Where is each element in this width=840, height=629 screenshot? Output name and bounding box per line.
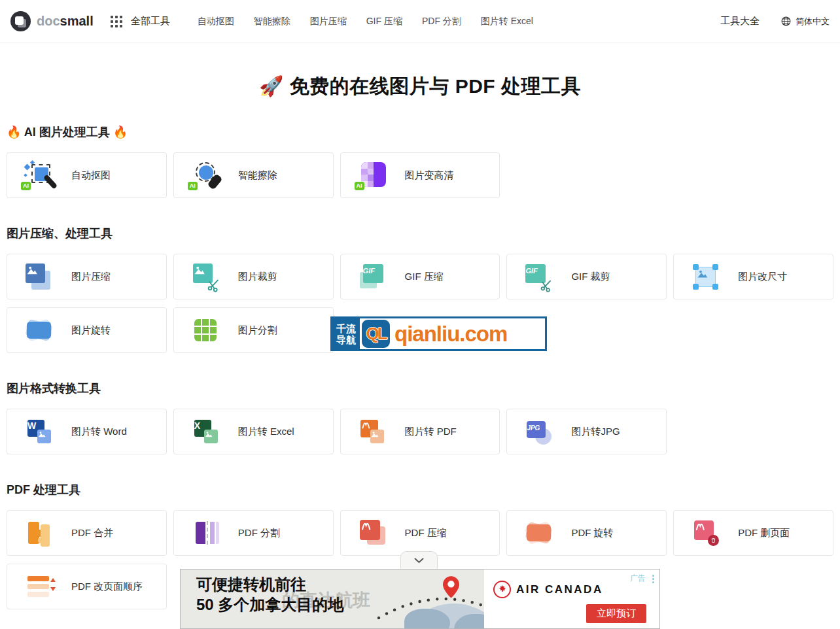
tool-card[interactable]: 图片分割 (173, 307, 334, 353)
tool-card-label: 图片转JPG (571, 426, 620, 438)
tool-card-label: 图片旋转 (71, 324, 111, 337)
qianliu-watermark[interactable]: 千流 导航 QL qianliu.com (330, 316, 547, 351)
tool-card-label: 智能擦除 (238, 169, 277, 182)
tool-card-label: 图片转 Word (71, 426, 127, 438)
tool-card[interactable]: JPG图片转JPG (506, 409, 667, 454)
nav-link[interactable]: 图片转 Excel (481, 16, 533, 27)
gif-crop-icon: GIF (523, 261, 554, 292)
section-heading: 🔥 AI 图片处理工具 🔥 (7, 126, 833, 139)
ad-illustration-area: 的直达航班 可便捷转机前往 50 多个加拿大目的地 (181, 570, 484, 628)
image-crop-icon (190, 261, 221, 292)
brand-doc: doc (37, 14, 60, 28)
tool-nav: 自动抠图智能擦除图片压缩GIF 压缩PDF 分割图片转 Excel (198, 16, 533, 27)
image-to-excel-icon: X (190, 416, 221, 447)
image-to-pdf-icon (357, 416, 388, 447)
tools-directory-link[interactable]: 工具大全 (720, 15, 760, 27)
pdf-compress-icon (357, 517, 388, 549)
auto-cutout-icon: AI (23, 160, 54, 191)
tool-card-label: 图片变高清 (405, 169, 454, 182)
tool-card[interactable]: AI自动抠图 (7, 152, 167, 198)
tool-card-label: 图片转 Excel (238, 426, 294, 438)
collapse-ad-button[interactable] (400, 551, 438, 570)
qianliu-site-name: 千流 导航 (332, 318, 360, 349)
tool-card-label: 图片分割 (238, 324, 277, 337)
language-selector[interactable]: 简体中文 (780, 16, 830, 27)
tool-card-label: PDF 分割 (238, 527, 280, 539)
ad-options-icon[interactable] (652, 575, 654, 583)
image-rotate-icon (23, 314, 54, 346)
image-split-icon (190, 314, 221, 346)
gif-compress-icon: GIF (357, 261, 388, 292)
tool-card[interactable]: 图片转 PDF (340, 409, 500, 454)
tool-card[interactable]: 图片旋转 (7, 307, 167, 353)
tool-card[interactable]: PDF 改页面顺序 (7, 564, 167, 609)
logo-square (15, 16, 24, 25)
chevron-down-icon (414, 558, 424, 564)
nav-link[interactable]: 智能擦除 (254, 16, 290, 27)
all-tools-link[interactable]: 全部工具 (131, 15, 170, 27)
tool-card-label: GIF 裁剪 (571, 271, 610, 283)
nav-link[interactable]: 图片压缩 (310, 16, 347, 27)
ad-label[interactable]: 广告 (630, 573, 646, 584)
tool-card[interactable]: GIFGIF 压缩 (340, 254, 500, 299)
pdf-merge-icon (23, 517, 54, 549)
brand-name-text: AIR CANADA (516, 583, 603, 596)
apps-grid-icon[interactable] (111, 16, 122, 27)
pdf-delete-page-icon (690, 517, 721, 549)
page-title: 🚀 免费的在线图片与 PDF 处理工具 (7, 72, 833, 101)
image-upscale-icon: AI (357, 160, 388, 191)
ad-headline: 可便捷转机前往 50 多个加拿大目的地 (196, 574, 343, 615)
tool-card[interactable]: PDF 旋转 (506, 510, 667, 556)
map-pin-icon (443, 576, 459, 598)
tool-card-label: PDF 压缩 (405, 527, 447, 539)
ad-banner: 的直达航班 可便捷转机前往 50 多个加拿大目的地 广告 AIR CANADA … (180, 569, 660, 629)
brand-small: small (60, 14, 94, 28)
globe-icon (780, 16, 792, 27)
tool-card-label: 自动抠图 (71, 169, 111, 182)
nav-link[interactable]: 自动抠图 (198, 16, 234, 27)
pdf-reorder-icon (23, 571, 54, 602)
tool-card[interactable]: 图片裁剪 (173, 254, 334, 299)
image-resize-icon (690, 261, 721, 292)
brand-name[interactable]: docsmall (37, 14, 94, 29)
section-heading: 图片格式转换工具 (7, 382, 833, 396)
smart-erase-icon: AI (190, 160, 221, 191)
nav-link[interactable]: GIF 压缩 (366, 16, 402, 27)
air-canada-brand: AIR CANADA (493, 581, 603, 598)
pdf-split-icon (190, 517, 221, 549)
image-compress-icon (23, 261, 54, 292)
tool-card[interactable]: 图片压缩 (7, 254, 167, 299)
qianliu-logo: QL (360, 318, 391, 349)
section-heading: PDF 处理工具 (7, 483, 833, 497)
tool-card[interactable]: W 图片转 Word (7, 409, 167, 454)
tool-card-label: PDF 删页面 (738, 527, 790, 539)
tool-card[interactable]: AI图片变高清 (340, 152, 500, 198)
tool-card[interactable]: PDF 压缩 (340, 510, 500, 556)
qianliu-url: qianliu.com (394, 322, 507, 347)
tool-card-label: GIF 压缩 (405, 271, 444, 283)
nav-link[interactable]: PDF 分割 (422, 16, 461, 27)
tool-card-label: PDF 改页面顺序 (71, 581, 143, 593)
tool-card[interactable]: PDF 删页面 (673, 510, 833, 556)
tool-section: 图片格式转换工具 W 图片转 Word X 图片转 Excel 图片转 PDF … (7, 382, 833, 454)
tool-card[interactable]: PDF 分割 (173, 510, 334, 556)
pdf-rotate-icon (523, 517, 554, 549)
tool-card-label: 图片转 PDF (405, 426, 457, 438)
tool-card-label: 图片改尺寸 (738, 271, 787, 283)
book-now-button[interactable]: 立即预订 (586, 604, 646, 623)
top-navbar: docsmall 全部工具 自动抠图智能擦除图片压缩GIF 压缩PDF 分割图片… (0, 0, 840, 43)
tool-card-label: PDF 旋转 (571, 527, 613, 539)
tool-section: 🔥 AI 图片处理工具 🔥 AI自动抠图 AI智能擦除 AI图片变高清 (7, 126, 833, 198)
tool-card-label: 图片裁剪 (238, 271, 277, 283)
tool-card[interactable]: X 图片转 Excel (173, 409, 334, 454)
tool-card[interactable]: GIF GIF 裁剪 (506, 254, 667, 299)
tool-card[interactable]: 图片改尺寸 (673, 254, 833, 299)
section-heading: 图片压缩、处理工具 (7, 227, 833, 241)
tool-card-label: PDF 合并 (71, 527, 113, 539)
docsmall-logo[interactable] (10, 11, 31, 31)
tool-card-label: 图片压缩 (71, 271, 111, 283)
tool-card[interactable]: PDF 合并 (7, 510, 167, 556)
image-to-word-icon: W (23, 416, 54, 447)
tool-card[interactable]: AI智能擦除 (173, 152, 334, 198)
maple-leaf-icon (493, 581, 511, 598)
